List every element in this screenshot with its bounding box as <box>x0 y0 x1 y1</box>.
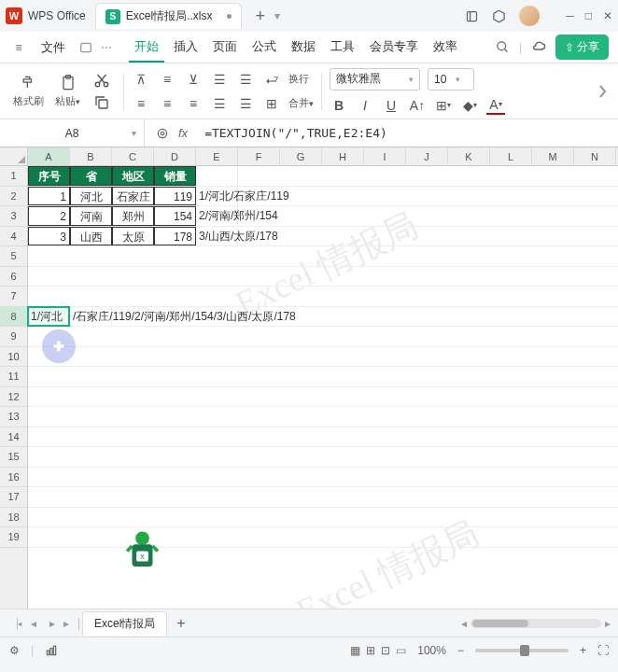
zoom-slider[interactable] <box>475 649 569 652</box>
row-header[interactable]: 9 <box>0 327 27 347</box>
row-header[interactable]: 18 <box>0 508 27 528</box>
cell[interactable]: 序号 <box>28 166 70 186</box>
bold-button[interactable]: B <box>330 96 348 115</box>
sheet-prev-icon[interactable]: ◂ <box>26 617 41 630</box>
row-header[interactable]: 10 <box>0 347 27 368</box>
view-reader-icon[interactable]: ▭ <box>396 644 406 657</box>
row-header[interactable]: 14 <box>0 427 27 448</box>
align-right-v-icon[interactable]: ⊻ <box>184 70 203 89</box>
package-icon[interactable] <box>492 9 506 23</box>
cell[interactable]: 河北 <box>70 187 112 206</box>
chart-icon[interactable] <box>45 644 58 657</box>
user-avatar[interactable] <box>519 6 540 26</box>
expand-icon[interactable] <box>156 127 169 140</box>
underline-button[interactable]: U <box>382 96 400 115</box>
align-right-icon[interactable]: ≡ <box>184 94 203 113</box>
tab-start[interactable]: 开始 <box>129 33 164 63</box>
cell[interactable]: 154 <box>154 206 196 226</box>
reader-icon[interactable] <box>465 9 479 23</box>
minimize-button[interactable]: ─ <box>566 9 574 22</box>
sheet-tab[interactable]: Excel情报局 <box>82 611 167 636</box>
settings-icon[interactable]: ⚙ <box>9 644 20 657</box>
tab-member[interactable]: 会员专享 <box>364 33 424 63</box>
borders-icon[interactable]: ⊞▾ <box>434 96 453 115</box>
cell[interactable] <box>196 166 238 186</box>
paste-group[interactable]: 粘贴▾ <box>51 74 84 108</box>
search-icon[interactable] <box>496 40 510 54</box>
col-header[interactable]: F <box>238 147 280 165</box>
h-scrollbar[interactable] <box>471 619 601 628</box>
close-button[interactable]: ✕ <box>603 9 612 22</box>
row-header[interactable]: 5 <box>0 246 27 267</box>
col-header[interactable]: C <box>112 147 154 165</box>
spreadsheet-grid[interactable]: Excel 情报局 Excel 情报局 A B C D E F G H I J … <box>0 147 618 609</box>
row-header[interactable]: 7 <box>0 287 27 307</box>
column-headers[interactable]: A B C D E F G H I J K L M N <box>28 147 618 166</box>
font-family-select[interactable]: 微软雅黑▾ <box>330 68 420 91</box>
maximize-button[interactable]: □ <box>585 9 592 22</box>
hamburger-menu-icon[interactable]: ≡ <box>9 38 28 57</box>
col-header[interactable]: D <box>154 147 196 165</box>
tab-insert[interactable]: 插入 <box>168 33 204 63</box>
cell[interactable]: 山西 <box>70 227 112 246</box>
col-header[interactable]: B <box>70 147 112 165</box>
tab-page[interactable]: 页面 <box>207 33 243 63</box>
cell[interactable]: /石家庄/119/2/河南/郑州/154/3/山西/太原/178 <box>70 307 112 327</box>
zoom-value[interactable]: 100% <box>417 644 446 657</box>
merge-icon[interactable]: ⊞ <box>262 94 281 113</box>
col-header[interactable]: M <box>532 147 574 165</box>
overflow-icon[interactable]: ⋯ <box>101 41 112 54</box>
row-header[interactable]: 17 <box>0 487 27 508</box>
row-headers[interactable]: 1 2 3 4 5 6 7 8 9 10 11 12 13 14 15 16 1… <box>0 166 28 609</box>
cell[interactable]: 石家庄 <box>112 187 154 206</box>
orientation-icon[interactable]: ☰ <box>236 94 255 113</box>
cell[interactable]: 178 <box>154 227 196 246</box>
col-header[interactable]: E <box>196 147 238 165</box>
view-break-icon[interactable]: ⊡ <box>381 644 390 657</box>
tab-tools[interactable]: 工具 <box>325 33 360 63</box>
file-dropdown-icon[interactable] <box>78 40 93 55</box>
cell[interactable]: 2/河南/郑州/154 <box>196 206 238 226</box>
col-header[interactable]: L <box>490 147 532 165</box>
row-header[interactable]: 12 <box>0 387 27 408</box>
font-size-select[interactable]: 10▾ <box>428 68 474 91</box>
view-page-icon[interactable]: ⊞ <box>366 644 375 657</box>
row-header[interactable]: 1 <box>0 166 27 187</box>
cell[interactable]: 郑州 <box>112 206 154 226</box>
sheet-last-icon[interactable]: ▸⎹ <box>63 617 78 630</box>
row-header[interactable]: 4 <box>0 227 27 247</box>
tab-formula[interactable]: 公式 <box>246 33 282 63</box>
col-header[interactable]: A <box>28 147 70 165</box>
indent-inc-icon[interactable]: ☰ <box>236 70 255 89</box>
col-header[interactable]: N <box>574 147 616 165</box>
new-tab-button[interactable]: + <box>255 7 265 26</box>
zoom-in-button[interactable]: + <box>580 644 586 657</box>
increase-font-icon[interactable]: A↑ <box>408 96 427 115</box>
share-button[interactable]: ⇧ 分享 <box>555 35 609 60</box>
toolbar-scroll-icon[interactable] <box>596 80 609 103</box>
formula-input[interactable]: =TEXTJOIN("/",TRUE,E2:E4) <box>199 126 618 140</box>
row-header[interactable]: 11 <box>0 367 27 387</box>
wrap-icon[interactable]: ⮐ <box>262 70 281 89</box>
cut-icon[interactable] <box>93 72 110 89</box>
cell[interactable]: 地区 <box>112 166 154 186</box>
cloud-icon[interactable] <box>531 40 546 55</box>
row-header[interactable]: 8 <box>0 307 27 328</box>
tab-efficiency[interactable]: 效率 <box>428 33 463 63</box>
scroll-right-icon[interactable]: ▸ <box>605 617 611 630</box>
cell[interactable]: 销量 <box>154 166 196 186</box>
cell[interactable]: 1/河北 <box>28 307 70 327</box>
indent-dec-icon[interactable]: ☰ <box>210 70 229 89</box>
cell[interactable]: 1 <box>28 187 70 206</box>
row-header[interactable]: 2 <box>0 187 27 207</box>
font-color-icon[interactable]: A▾ <box>486 96 505 115</box>
cell[interactable]: 河南 <box>70 206 112 226</box>
row-header[interactable]: 16 <box>0 468 27 488</box>
col-header[interactable]: J <box>406 147 448 165</box>
document-tab[interactable]: S Excel情报局..xlsx <box>95 3 243 29</box>
row-header[interactable]: 6 <box>0 267 27 287</box>
row-header[interactable]: 19 <box>0 527 27 548</box>
col-header[interactable]: I <box>364 147 406 165</box>
name-box[interactable]: A8 <box>0 119 145 147</box>
tab-dropdown-icon[interactable]: ▾ <box>274 9 280 22</box>
